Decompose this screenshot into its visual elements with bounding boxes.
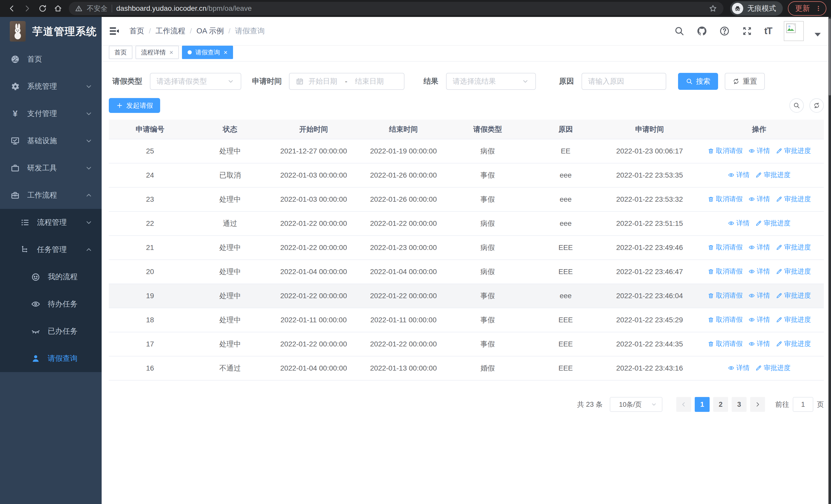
- leave-type-select[interactable]: 请选择请假类型: [150, 73, 241, 90]
- chevron-down-icon: [651, 401, 657, 408]
- github-icon[interactable]: [696, 26, 707, 36]
- detail-action-link[interactable]: 详情: [748, 291, 770, 300]
- address-bar[interactable]: 不安全 dashboard.yudao.iocoder.cn/bpm/oa/le…: [69, 2, 723, 15]
- sidebar-item-done-tasks[interactable]: 已办任务: [0, 318, 102, 345]
- cancel-action-link[interactable]: 取消请假: [708, 195, 743, 204]
- cell-status: 已取消: [191, 163, 269, 187]
- detail-action-link[interactable]: 详情: [748, 195, 770, 204]
- progress-action-link[interactable]: 审批进度: [776, 291, 811, 300]
- table-row: 21处理中2022-01-22 00:00:002022-01-23 00:00…: [109, 236, 824, 260]
- tab-label: 请假查询: [195, 48, 220, 56]
- sidebar-item-home[interactable]: 首页: [0, 46, 102, 73]
- home-icon[interactable]: [51, 1, 65, 16]
- reset-button[interactable]: 重置: [725, 73, 765, 90]
- tab-close-icon[interactable]: ×: [224, 49, 227, 56]
- sidebar-item-todo-tasks[interactable]: 待办任务: [0, 291, 102, 318]
- progress-action-link[interactable]: 审批进度: [755, 363, 791, 373]
- sidebar-item-infrastructure[interactable]: 基础设施: [0, 127, 102, 154]
- kebab-menu-icon[interactable]: [815, 4, 822, 13]
- cancel-action-link[interactable]: 取消请假: [708, 243, 743, 252]
- update-chip[interactable]: 更新: [788, 1, 826, 16]
- cell-applied: 2022-01-22 23:46:47: [605, 260, 694, 284]
- avatar[interactable]: [784, 21, 804, 41]
- breadcrumb-item[interactable]: 首页: [130, 26, 144, 36]
- eye-icon: [728, 365, 735, 371]
- not-secure-icon[interactable]: [75, 5, 83, 12]
- cell-end: 2022-01-04 00:00:00: [358, 260, 449, 284]
- sidebar-item-process-mgmt[interactable]: 流程管理: [0, 209, 102, 236]
- toggle-search-button[interactable]: [790, 98, 804, 113]
- back-icon[interactable]: [5, 1, 19, 16]
- cancel-action-link[interactable]: 取消请假: [708, 315, 743, 324]
- page-size-select[interactable]: 10条/页: [610, 397, 662, 412]
- tab-process-detail[interactable]: 流程详情×: [136, 46, 179, 59]
- bookmark-star-icon[interactable]: [709, 4, 717, 13]
- tab-label: 流程详情: [141, 48, 166, 56]
- page-scrollbar[interactable]: [828, 17, 831, 504]
- forward-icon[interactable]: [20, 1, 34, 16]
- refresh-table-button[interactable]: [809, 98, 824, 113]
- search-button[interactable]: 搜索: [678, 73, 718, 90]
- reload-icon[interactable]: [35, 1, 50, 16]
- search-icon[interactable]: [674, 26, 685, 36]
- cell-type: 事假: [449, 187, 526, 211]
- security-label: 不安全: [87, 4, 108, 13]
- scrollbar-thumb[interactable]: [829, 19, 831, 95]
- eye-icon: [728, 220, 735, 227]
- breadcrumb-item[interactable]: 工作流程: [155, 26, 185, 36]
- sidebar-item-payment[interactable]: ¥支付管理: [0, 100, 102, 127]
- cancel-action-link[interactable]: 取消请假: [708, 291, 743, 300]
- goto-page-input[interactable]: 1: [793, 397, 813, 412]
- sidebar-item-workflow[interactable]: 工作流程: [0, 182, 102, 209]
- trash-icon: [708, 317, 714, 323]
- cancel-action-link[interactable]: 取消请假: [708, 339, 743, 348]
- progress-action-link[interactable]: 审批进度: [776, 267, 811, 276]
- detail-action-link[interactable]: 详情: [748, 243, 770, 252]
- progress-action-link[interactable]: 审批进度: [755, 170, 791, 179]
- progress-action-link[interactable]: 审批进度: [755, 219, 791, 228]
- detail-action-link[interactable]: 详情: [748, 315, 770, 324]
- cell-type: 病假: [449, 139, 526, 163]
- font-size-icon[interactable]: tT: [764, 26, 772, 36]
- tab-leave-query[interactable]: 请假查询×: [182, 46, 233, 59]
- monitor-icon: [10, 136, 20, 146]
- progress-action-link[interactable]: 审批进度: [776, 315, 811, 324]
- table-header-row: 申请编号状态开始时间结束时间请假类型原因申请时间操作: [109, 120, 824, 139]
- result-select[interactable]: 请选择流结果: [446, 73, 536, 90]
- date-range-picker[interactable]: 开始日期 - 结束日期: [289, 73, 404, 90]
- dashboard-icon: [10, 54, 20, 64]
- breadcrumb-item[interactable]: OA 示例: [197, 26, 224, 36]
- page-3-button[interactable]: 3: [732, 397, 747, 412]
- next-page-button[interactable]: [750, 397, 765, 412]
- avatar-caret-icon[interactable]: [814, 33, 821, 36]
- reason-input[interactable]: 请输入原因: [581, 73, 666, 90]
- sidebar-item-leave-query[interactable]: 请假查询: [0, 345, 102, 372]
- help-icon[interactable]: [719, 26, 730, 36]
- detail-action-link[interactable]: 详情: [748, 267, 770, 276]
- sidebar-item-my-process[interactable]: 我的流程: [0, 263, 102, 291]
- sidebar-item-dev-tools[interactable]: 研发工具: [0, 154, 102, 182]
- sidebar-collapse-icon[interactable]: [108, 25, 120, 37]
- progress-action-link[interactable]: 审批进度: [776, 146, 811, 155]
- detail-action-link[interactable]: 详情: [748, 339, 770, 348]
- cancel-action-link[interactable]: 取消请假: [708, 267, 743, 276]
- fullscreen-icon[interactable]: [742, 26, 752, 36]
- progress-action-link[interactable]: 审批进度: [776, 339, 811, 348]
- tab-home[interactable]: 首页: [109, 46, 133, 59]
- sidebar-item-task-mgmt[interactable]: 任务管理: [0, 236, 102, 263]
- detail-action-link[interactable]: 详情: [728, 363, 750, 373]
- sidebar-item-system[interactable]: 系统管理: [0, 73, 102, 100]
- refresh-icon: [813, 102, 820, 109]
- detail-action-link[interactable]: 详情: [748, 146, 770, 155]
- page-2-button[interactable]: 2: [713, 397, 728, 412]
- progress-action-link[interactable]: 审批进度: [776, 195, 811, 204]
- create-leave-button[interactable]: 发起请假: [109, 98, 160, 113]
- trash-icon: [708, 148, 714, 154]
- detail-action-link[interactable]: 详情: [728, 170, 750, 179]
- detail-action-link[interactable]: 详情: [728, 219, 750, 228]
- page-1-button[interactable]: 1: [695, 397, 710, 412]
- cancel-action-link[interactable]: 取消请假: [708, 146, 743, 155]
- progress-action-link[interactable]: 审批进度: [776, 243, 811, 252]
- tab-close-icon[interactable]: ×: [169, 49, 173, 56]
- prev-page-button[interactable]: [676, 397, 691, 412]
